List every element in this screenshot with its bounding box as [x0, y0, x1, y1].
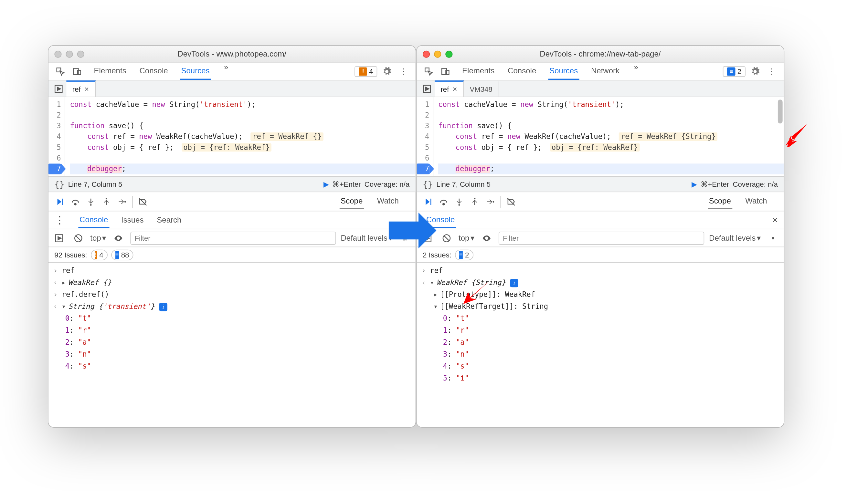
- file-tab-ref[interactable]: ref ×: [66, 81, 95, 96]
- step-into-icon[interactable]: [451, 194, 467, 209]
- resume-icon[interactable]: [52, 194, 67, 209]
- drawer-menu-icon[interactable]: ⋮: [52, 213, 67, 227]
- close-drawer-icon[interactable]: ×: [770, 214, 780, 225]
- run-snippet-icon[interactable]: [51, 81, 66, 96]
- run-icon[interactable]: ▶: [692, 180, 697, 188]
- traffic-lights[interactable]: [423, 50, 453, 58]
- gear-icon[interactable]: [397, 231, 412, 245]
- gear-icon[interactable]: [748, 64, 762, 78]
- kebab-icon[interactable]: ⋮: [396, 64, 411, 78]
- info-icon[interactable]: i: [510, 279, 519, 287]
- traffic-lights[interactable]: [54, 50, 84, 58]
- run-snippet-icon[interactable]: [419, 81, 435, 96]
- eye-icon[interactable]: [480, 231, 494, 245]
- file-tab-vm348[interactable]: VM348: [464, 81, 499, 96]
- resume-icon[interactable]: [420, 194, 436, 209]
- close-icon[interactable]: ×: [84, 85, 89, 94]
- gear-icon[interactable]: [766, 231, 780, 245]
- more-tabs-icon[interactable]: »: [222, 63, 231, 80]
- drawer-tab-console[interactable]: Console: [78, 212, 109, 228]
- code-content[interactable]: const cacheValue = new String('transient…: [433, 97, 784, 176]
- drawer-tabs: ⋮ Console Issues Search: [49, 211, 416, 229]
- step-over-icon[interactable]: [436, 194, 451, 209]
- console-output[interactable]: ›ref ‹▾WeakRef {String} i ▸[[Prototype]]…: [417, 263, 784, 386]
- scope-tab[interactable]: Scope: [339, 194, 364, 209]
- inspect-icon[interactable]: [421, 64, 436, 78]
- device-icon[interactable]: [70, 64, 84, 78]
- filter-input[interactable]: [499, 231, 704, 244]
- file-tab-ref[interactable]: ref ×: [435, 81, 464, 96]
- step-icon[interactable]: [482, 194, 498, 209]
- debugger-controls: Scope Watch: [49, 192, 416, 211]
- tab-network[interactable]: Network: [590, 63, 621, 80]
- code-editor[interactable]: 1234567 const cacheValue = new String('t…: [49, 97, 416, 177]
- scrollbar-thumb[interactable]: [778, 99, 783, 123]
- titlebar[interactable]: DevTools - chrome://new-tab-page/: [417, 46, 784, 63]
- watch-tab[interactable]: Watch: [376, 194, 400, 209]
- deactivate-breakpoints-icon[interactable]: [135, 194, 150, 209]
- scope-tab[interactable]: Scope: [708, 194, 732, 209]
- clear-console-icon[interactable]: [71, 231, 85, 245]
- issues-badge[interactable]: ! 4: [355, 66, 377, 77]
- drawer-tab-issues[interactable]: Issues: [120, 212, 145, 227]
- drawer-tab-search[interactable]: Search: [156, 212, 183, 227]
- tab-elements[interactable]: Elements: [93, 63, 128, 80]
- code-content[interactable]: const cacheValue = new String('transient…: [65, 97, 416, 176]
- watch-tab[interactable]: Watch: [744, 194, 768, 209]
- tab-elements[interactable]: Elements: [461, 63, 496, 80]
- svg-rect-16: [430, 198, 431, 205]
- tab-console[interactable]: Console: [506, 63, 537, 80]
- minimize-dot[interactable]: [434, 50, 441, 58]
- run-context-icon[interactable]: [420, 231, 435, 245]
- run-context-icon[interactable]: [52, 231, 66, 245]
- svg-rect-4: [62, 198, 63, 205]
- svg-point-19: [474, 197, 475, 199]
- step-over-icon[interactable]: [67, 194, 83, 209]
- issues-badge[interactable]: ≡ 2: [723, 66, 746, 77]
- eye-icon[interactable]: [111, 231, 125, 245]
- maximize-dot[interactable]: [77, 50, 84, 58]
- window-title: DevTools - chrome://new-tab-page/: [417, 50, 784, 58]
- console-output[interactable]: ›ref ‹▸WeakRef {} ›ref.deref() ‹▾String …: [49, 263, 416, 374]
- clear-console-icon[interactable]: [440, 231, 454, 245]
- cursor-position: Line 7, Column 5: [68, 180, 122, 188]
- tab-console[interactable]: Console: [138, 63, 169, 80]
- code-editor[interactable]: 1234567 const cacheValue = new String('t…: [417, 97, 784, 177]
- device-icon[interactable]: [438, 64, 452, 78]
- step-into-icon[interactable]: [83, 194, 99, 209]
- console-filterbar: top ▾ Default levels ▾: [49, 229, 416, 248]
- filter-input[interactable]: [130, 231, 336, 244]
- run-icon[interactable]: ▶: [324, 180, 329, 188]
- context-selector[interactable]: top ▾: [458, 234, 475, 242]
- file-tabstrip: ref × VM348: [417, 81, 784, 97]
- minimize-dot[interactable]: [66, 50, 73, 58]
- tab-sources[interactable]: Sources: [180, 63, 211, 80]
- deactivate-breakpoints-icon[interactable]: [503, 194, 519, 209]
- log-levels-selector[interactable]: Default levels ▾: [709, 234, 761, 242]
- issues-summary[interactable]: 2 Issues: ≡2: [417, 247, 784, 263]
- more-tabs-icon[interactable]: »: [632, 63, 641, 80]
- step-out-icon[interactable]: [467, 194, 482, 209]
- kebab-icon[interactable]: ⋮: [764, 64, 779, 78]
- close-icon[interactable]: ×: [452, 85, 457, 94]
- devtools-toolbar: Elements Console Sources » ! 4 ⋮: [49, 63, 416, 81]
- drawer-tab-console[interactable]: Console: [425, 212, 456, 228]
- inline-hint[interactable]: obj = {ref: WeakRef}: [181, 143, 272, 151]
- close-dot[interactable]: [54, 50, 61, 58]
- inline-hint[interactable]: obj = {ref: WeakRef}: [550, 143, 640, 151]
- close-dot[interactable]: [423, 50, 430, 58]
- annotation-arrow-red-hint: [784, 123, 808, 147]
- inline-hint[interactable]: ref = WeakRef {String}: [619, 133, 718, 141]
- titlebar[interactable]: DevTools - www.photopea.com/: [49, 46, 416, 63]
- inspect-icon[interactable]: [53, 64, 67, 78]
- inline-hint[interactable]: ref = WeakRef {}: [251, 133, 324, 141]
- issues-summary[interactable]: 92 Issues: !4 ≡88: [49, 247, 416, 263]
- tab-sources[interactable]: Sources: [548, 63, 579, 80]
- step-out-icon[interactable]: [99, 194, 114, 209]
- context-selector[interactable]: top ▾: [90, 234, 106, 242]
- gear-icon[interactable]: [380, 64, 394, 78]
- info-icon[interactable]: i: [159, 303, 167, 311]
- log-levels-selector[interactable]: Default levels ▾: [341, 234, 393, 242]
- step-icon[interactable]: [114, 194, 130, 209]
- maximize-dot[interactable]: [445, 50, 452, 58]
